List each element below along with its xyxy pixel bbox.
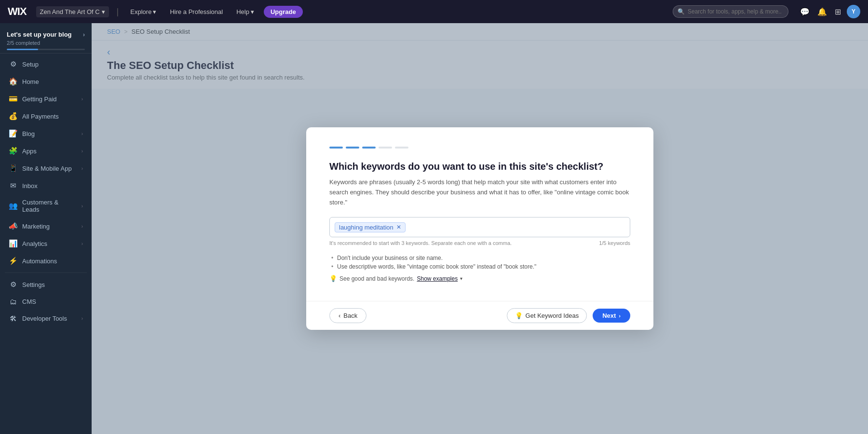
chevron-down-icon-examples: ▾: [460, 276, 462, 281]
chevron-right-icon: ›: [81, 316, 83, 321]
chevron-down-icon-help: ▾: [251, 8, 254, 15]
sidebar-item-label: Site & Mobile App: [22, 165, 77, 172]
chevron-right-icon: ›: [81, 96, 83, 102]
sidebar-item-label: Developer Tools: [22, 315, 77, 322]
sidebar-item-apps[interactable]: 🧩 Apps ›: [2, 142, 90, 160]
keyword-hint: It's recommended to start with 3 keyword…: [329, 240, 512, 246]
modal-footer: ‹ Back 💡 Get Keyword Ideas Next ›: [306, 301, 653, 330]
modal-overlay: Which keywords do you want to use in thi…: [92, 23, 868, 434]
progress-bar: [7, 49, 85, 50]
step-5-indicator: [395, 147, 408, 149]
sidebar-divider: [5, 272, 87, 273]
show-examples-row: 💡 See good and bad keywords. Show exampl…: [329, 275, 630, 282]
sidebar-item-label: Settings: [22, 281, 83, 288]
chevron-right-icon: ›: [81, 224, 83, 229]
sidebar-item-label: Analytics: [22, 240, 77, 247]
keyword-input-field[interactable]: [408, 224, 625, 231]
help-nav-link[interactable]: Help ▾: [232, 6, 258, 17]
upgrade-button[interactable]: Upgrade: [264, 6, 303, 18]
back-button-label: Back: [343, 312, 357, 319]
sidebar-item-marketing[interactable]: 📣 Marketing ›: [2, 217, 90, 235]
sidebar-item-getting-paid[interactable]: 💳 Getting Paid ›: [2, 90, 90, 108]
dev-tools-icon: 🛠: [9, 314, 17, 323]
home-icon: 🏠: [9, 77, 17, 86]
progress-bar-fill: [7, 49, 38, 50]
sidebar-item-label: Getting Paid: [22, 95, 77, 103]
step-1-indicator: [329, 147, 343, 149]
lightbulb-icon: 💡: [329, 275, 337, 282]
sidebar-item-all-payments[interactable]: 💰 All Payments: [2, 108, 90, 125]
all-payments-icon: 💰: [9, 112, 17, 121]
top-navigation: WIX Zen And The Art Of C ▾ | Explore ▾ H…: [0, 0, 868, 23]
site-mobile-icon: 📱: [9, 164, 17, 173]
sidebar-item-developer-tools[interactable]: 🛠 Developer Tools ›: [2, 310, 90, 327]
avatar[interactable]: Y: [847, 5, 860, 18]
show-examples-link[interactable]: Show examples: [417, 275, 458, 282]
settings-icon: ⚙: [9, 280, 17, 289]
keyword-tag-label: laughing meditation: [339, 224, 393, 231]
sidebar-item-inbox[interactable]: ✉ Inbox: [2, 177, 90, 194]
keyword-ideas-label: Get Keyword Ideas: [526, 312, 579, 319]
sidebar-item-settings[interactable]: ⚙ Settings: [2, 276, 90, 293]
step-indicators: [329, 147, 630, 149]
grid-icon[interactable]: ⊞: [835, 7, 841, 16]
sidebar-item-home[interactable]: 🏠 Home: [2, 73, 90, 90]
chevron-right-icon-next: ›: [619, 313, 621, 319]
explore-nav-link[interactable]: Explore ▾: [126, 6, 160, 17]
marketing-icon: 📣: [9, 222, 17, 231]
sidebar-item-customers-leads[interactable]: 👥 Customers & Leads ›: [2, 194, 90, 217]
back-button[interactable]: ‹ Back: [329, 308, 366, 323]
main-layout: Let's set up your blog › 2/5 completed ⚙…: [0, 23, 868, 434]
sidebar-header-title: Let's set up your blog ›: [7, 31, 85, 38]
sidebar-item-blog[interactable]: 📝 Blog ›: [2, 125, 90, 142]
step-3-indicator: [362, 147, 376, 149]
keyword-count: 1/5 keywords: [599, 240, 630, 246]
sidebar-item-label: Inbox: [22, 182, 83, 190]
sidebar-progress-label: 2/5 completed: [7, 40, 85, 46]
chevron-right-icon: ›: [81, 241, 83, 246]
sidebar-item-analytics[interactable]: 📊 Analytics ›: [2, 235, 90, 252]
wix-logo: WIX: [8, 5, 27, 18]
sidebar-item-setup[interactable]: ⚙ Setup: [2, 55, 90, 73]
next-button-label: Next: [602, 312, 616, 319]
site-name-button[interactable]: Zen And The Art Of C ▾: [36, 6, 109, 17]
sidebar-header: Let's set up your blog › 2/5 completed: [0, 27, 92, 54]
tip-item-1: Don't include your business or site name…: [329, 254, 630, 262]
chevron-right-icon: ›: [83, 31, 85, 38]
hire-professional-link[interactable]: Hire a Professional: [166, 6, 227, 17]
apps-icon: 🧩: [9, 147, 17, 155]
next-button[interactable]: Next ›: [593, 309, 630, 323]
back-chevron-icon: ‹: [339, 312, 340, 319]
sidebar-item-label: Apps: [22, 148, 77, 155]
messages-icon[interactable]: 💬: [800, 7, 810, 16]
top-nav-icons: 💬 🔔 ⊞: [800, 7, 841, 16]
input-hint-row: It's recommended to start with 3 keyword…: [329, 240, 630, 246]
sidebar-item-cms[interactable]: 🗂 CMS: [2, 293, 90, 310]
keyword-input-wrap[interactable]: laughing meditation ✕: [329, 217, 630, 237]
sidebar-item-label: All Payments: [22, 113, 83, 120]
sidebar-item-label: Home: [22, 78, 83, 85]
modal-description: Keywords are phrases (usually 2-5 words …: [329, 177, 630, 207]
notifications-icon[interactable]: 🔔: [817, 7, 827, 16]
customers-icon: 👥: [9, 202, 17, 210]
getting-paid-icon: 💳: [9, 95, 17, 103]
chevron-down-icon: ▾: [102, 8, 105, 15]
chevron-down-icon-explore: ▾: [153, 8, 156, 15]
keyword-ideas-button[interactable]: 💡 Get Keyword Ideas: [507, 308, 587, 323]
sidebar-item-label: Automations: [22, 258, 83, 265]
blog-icon: 📝: [9, 129, 17, 138]
step-4-indicator: [379, 147, 392, 149]
keyword-tag: laughing meditation ✕: [335, 222, 406, 232]
sidebar-item-automations[interactable]: ⚡ Automations: [2, 252, 90, 270]
content-area: SEO > SEO Setup Checklist ‹ The SEO Setu…: [92, 23, 868, 434]
search-input[interactable]: [673, 5, 788, 18]
automations-icon: ⚡: [9, 257, 17, 265]
modal-body: Which keywords do you want to use in thi…: [306, 127, 653, 301]
keyword-tag-remove-button[interactable]: ✕: [396, 224, 401, 231]
sidebar-item-label: Customers & Leads: [22, 199, 77, 213]
sidebar-item-site-mobile-app[interactable]: 📱 Site & Mobile App ›: [2, 160, 90, 177]
lightbulb-icon-footer: 💡: [515, 312, 523, 319]
sidebar: Let's set up your blog › 2/5 completed ⚙…: [0, 23, 92, 434]
analytics-icon: 📊: [9, 239, 17, 248]
modal-question: Which keywords do you want to use in thi…: [329, 160, 630, 173]
